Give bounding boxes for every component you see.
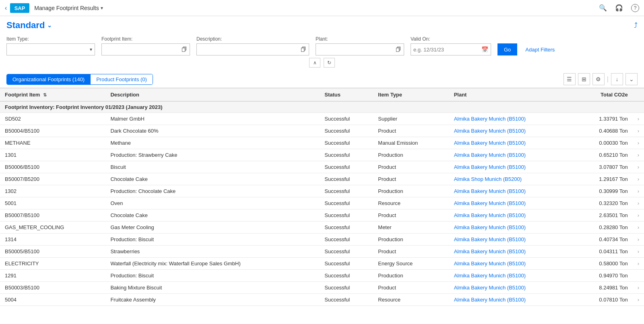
footprint-item-input[interactable] <box>104 47 180 53</box>
cell-plant[interactable]: Almika Bakery Munich (B5100) <box>449 113 574 125</box>
cell-footprint-item: 5001 <box>0 197 105 209</box>
adapt-filters-button[interactable]: Adapt Filters <box>524 43 556 55</box>
cell-status: Successful <box>320 161 373 173</box>
go-button[interactable]: Go <box>497 43 517 55</box>
sap-logo: SAP <box>10 3 29 13</box>
cell-item-type: Resource <box>373 294 449 306</box>
cell-plant[interactable]: Almika Bakery Munich (B5100) <box>449 294 574 306</box>
cell-footprint-item: ELECTRICITY <box>0 258 105 270</box>
cell-footprint-item: B50007/B5100 <box>0 209 105 221</box>
cell-chevron[interactable]: › <box>633 221 644 234</box>
app-title-dropdown[interactable]: ▾ <box>101 5 103 11</box>
cell-plant[interactable]: Almika Bakery Munich (B5100) <box>449 149 574 161</box>
plant-input-wrap: 🗍 <box>316 43 404 55</box>
col-chevron-header <box>633 88 644 102</box>
cell-chevron[interactable]: › <box>633 185 644 197</box>
cell-plant[interactable]: Almika Bakery Munich (B5100) <box>449 270 574 282</box>
cell-description: Gas Meter Cooling <box>105 221 320 234</box>
filter-bar: Item Type: ▾ Footprint Item: 🗍 Descripti… <box>0 33 644 71</box>
cell-plant[interactable]: Almika Bakery Munich (B5100) <box>449 161 574 173</box>
item-type-select[interactable] <box>9 47 90 53</box>
cell-chevron[interactable]: › <box>633 113 644 125</box>
cell-plant[interactable]: Almika Bakery Munich (B5100) <box>449 209 574 221</box>
cell-footprint-item: 1302 <box>0 185 105 197</box>
export-icon[interactable]: ⤴ <box>634 21 638 30</box>
search-icon[interactable]: 🔍 <box>599 4 607 12</box>
valid-on-label: Valid On: <box>411 36 491 42</box>
toolbar-right: ☰ ⊞ ⚙ | ↓ ⌄ <box>564 73 638 85</box>
cell-chevron[interactable]: › <box>633 234 644 246</box>
calendar-icon[interactable]: 📅 <box>481 46 488 53</box>
cell-item-type: Product <box>373 125 449 137</box>
list-view-button[interactable]: ☰ <box>564 73 576 85</box>
cell-status: Successful <box>320 197 373 209</box>
description-input[interactable] <box>199 47 299 53</box>
item-type-label: Item Type: <box>6 36 95 42</box>
more-options-button[interactable]: ⌄ <box>625 73 638 85</box>
collapse-filter-button[interactable]: ∧ <box>309 58 320 68</box>
table-row: GAS_METER_COOLINGGas Meter CoolingSucces… <box>0 221 644 234</box>
cell-description: Production: Biscuit <box>105 270 320 282</box>
cell-item-type: Meter <box>373 221 449 234</box>
sort-footprint-item-icon[interactable]: ⇅ <box>43 92 47 97</box>
cell-status: Successful <box>320 173 373 185</box>
app-title: Manage Footprint Results ▾ <box>34 5 103 11</box>
page-title-group[interactable]: Standard ⌄ <box>6 20 52 31</box>
cell-chevron[interactable]: › <box>633 246 644 258</box>
cell-chevron[interactable]: › <box>633 149 644 161</box>
cell-chevron[interactable]: › <box>633 282 644 294</box>
footprint-item-copy-icon[interactable]: 🗍 <box>182 46 187 53</box>
back-button[interactable]: ‹ <box>5 4 7 12</box>
cell-total-co2e: 3.07807 Ton <box>574 161 633 173</box>
tabs-toolbar: Organizational Footprints (140) Product … <box>0 71 644 88</box>
cell-description: Production: Biscuit <box>105 234 320 246</box>
plant-copy-icon[interactable]: 🗍 <box>396 46 401 53</box>
cell-status: Successful <box>320 209 373 221</box>
cell-chevron[interactable]: › <box>633 294 644 306</box>
description-field: Description: 🗍 <box>196 36 309 55</box>
cell-plant[interactable]: Almika Bakery Munich (B5100) <box>449 125 574 137</box>
table-row: 1314Production: BiscuitSuccessfulProduct… <box>0 234 644 246</box>
cell-plant[interactable]: Almika Bakery Munich (B5100) <box>449 197 574 209</box>
description-copy-icon[interactable]: 🗍 <box>301 46 306 53</box>
cell-plant[interactable]: Almika Bakery Munich (B5100) <box>449 221 574 234</box>
plant-input[interactable] <box>318 47 394 53</box>
cell-chevron[interactable]: › <box>633 197 644 209</box>
cell-plant[interactable]: Almika Bakery Munich (B5100) <box>449 282 574 294</box>
item-type-dropdown-icon: ▾ <box>90 47 92 52</box>
cell-chevron[interactable]: › <box>633 125 644 137</box>
cell-chevron[interactable]: › <box>633 173 644 185</box>
cell-footprint-item: 5004 <box>0 294 105 306</box>
cell-description: Chocolate Cake <box>105 173 320 185</box>
table-row: B50005/B5100StrawberriesSuccessfulProduc… <box>0 246 644 258</box>
tab-organizational-footprints[interactable]: Organizational Footprints (140) <box>7 74 91 84</box>
cell-plant[interactable]: Almika Bakery Munich (B5100) <box>449 258 574 270</box>
tab-product-footprints[interactable]: Product Footprints (0) <box>91 74 153 84</box>
settings-button[interactable]: ⚙ <box>592 73 605 85</box>
cell-plant[interactable]: Almika Bakery Munich (B5100) <box>449 246 574 258</box>
cell-plant[interactable]: Almika Bakery Munich (B5100) <box>449 185 574 197</box>
cell-chevron[interactable]: › <box>633 209 644 221</box>
page-title-dropdown-icon[interactable]: ⌄ <box>47 22 52 29</box>
table-row: METHANEMethaneSuccessfulManual EmissionA… <box>0 137 644 149</box>
cell-chevron[interactable]: › <box>633 137 644 149</box>
cell-chevron[interactable]: › <box>633 258 644 270</box>
cell-status: Successful <box>320 185 373 197</box>
cell-status: Successful <box>320 221 373 234</box>
cell-plant[interactable]: Almika Shop Munich (B5200) <box>449 173 574 185</box>
cell-plant[interactable]: Almika Bakery Munich (B5100) <box>449 137 574 149</box>
cell-item-type: Production <box>373 185 449 197</box>
cell-status: Successful <box>320 246 373 258</box>
help-icon[interactable]: ? <box>631 4 639 12</box>
cell-plant[interactable]: Almika Bakery Munich (B5100) <box>449 234 574 246</box>
filter-button[interactable]: ⊞ <box>578 73 590 85</box>
plant-field: Plant: 🗍 <box>316 36 404 55</box>
table-row: B50006/B5100BiscuitSuccessfulProductAlmi… <box>0 161 644 173</box>
valid-on-input[interactable] <box>413 47 481 53</box>
refresh-filter-button[interactable]: ↻ <box>324 58 335 68</box>
headset-icon[interactable]: 🎧 <box>615 4 623 12</box>
cell-footprint-item: METHANE <box>0 137 105 149</box>
export-table-button[interactable]: ↓ <box>611 73 623 85</box>
col-status: Status <box>320 88 373 102</box>
cell-chevron[interactable]: › <box>633 161 644 173</box>
